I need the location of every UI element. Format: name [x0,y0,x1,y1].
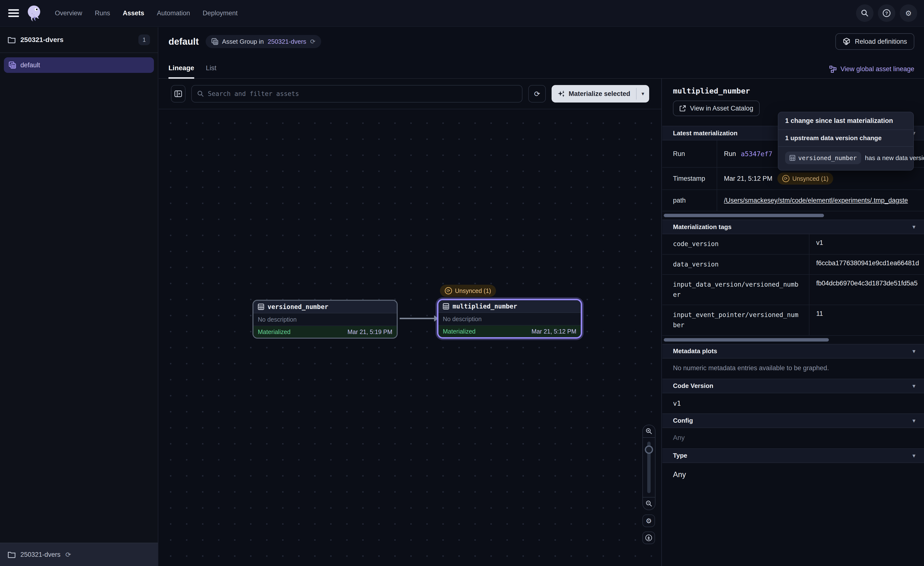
section-heading: Config [673,417,693,424]
section-config[interactable]: Config ▾ [662,414,924,428]
section-code-version[interactable]: Code Version ▾ [662,379,924,393]
asset-node-multiplied-number[interactable]: multiplied_number No description Materia… [437,299,582,339]
reload-definitions-label: Reload definitions [855,38,907,45]
nav-item-assets[interactable]: Assets [123,9,144,17]
row-run-key: Run [662,140,717,167]
search-button[interactable] [856,5,873,22]
refresh-graph-button[interactable]: ⟳ [528,85,546,102]
tag-key: input_data_version/versioned_number [662,275,809,305]
materialize-sparkle-icon [557,90,565,98]
lineage-graph-icon [830,66,837,73]
graph-background[interactable] [159,109,662,566]
top-nav: Overview Runs Assets Automation Deployme… [0,0,924,27]
gear-icon: ⚙ [645,517,652,525]
sidebar-footer-label: 250321-dvers [20,551,60,558]
unsynced-badge-label: Unsynced (1) [455,288,491,294]
page-title: default [168,36,199,47]
asset-node-description: No description [254,313,397,326]
refresh-icon[interactable]: ⟳ [310,38,316,45]
graph-settings-button[interactable]: ⚙ [642,515,655,527]
sidebar-item-default[interactable]: default [4,57,154,73]
search-input[interactable] [208,90,517,98]
horizontal-scrollbar[interactable] [664,338,829,342]
refresh-icon: ⟳ [534,90,540,98]
zoom-slider[interactable] [643,438,655,497]
nav-item-automation[interactable]: Automation [157,9,190,17]
tag-key: input_event_pointer/versioned_number [662,305,809,335]
section-metadata-plots[interactable]: Metadata plots ▾ [662,344,924,358]
help-button[interactable]: ? [878,5,896,22]
chevron-down-icon: ▾ [913,224,915,230]
asset-search-box [191,85,522,102]
zoom-in-button[interactable] [643,425,655,438]
sidebar-group-row[interactable]: 250321-dvers 1 [0,27,158,53]
view-global-asset-lineage-label: View global asset lineage [840,65,914,73]
materialize-caret[interactable]: ▾ [636,85,649,102]
asset-node-versioned-number[interactable]: versioned_number No description Material… [252,300,398,339]
download-icon [645,534,652,542]
timestamp-value: Mar 21, 5:12 PM [724,175,772,182]
lineage-toolbar: ⟳ Materialize selected ▾ [159,79,662,109]
zoom-out-icon [645,500,652,507]
tab-lineage[interactable]: Lineage [168,64,194,79]
nav-item-runs[interactable]: Runs [95,9,110,17]
hamburger-menu-icon[interactable] [8,9,19,17]
zoom-slider-knob[interactable] [645,446,653,454]
collapse-sidebar-button[interactable] [171,85,186,102]
refresh-icon[interactable]: ⟳ [65,551,71,559]
section-heading: Materialization tags [673,223,732,231]
search-icon [861,9,868,17]
unsynced-badge[interactable]: ⟳ Unsynced (1) [440,285,496,297]
view-in-asset-catalog-label: View in Asset Catalog [690,105,753,112]
tab-list[interactable]: List [206,64,216,79]
chevron-down-icon: ▾ [913,418,915,424]
section-type[interactable]: Type ▾ [662,449,924,463]
asset-node-description: No description [438,313,581,325]
horizontal-scrollbar[interactable] [664,214,824,217]
chevron-down-icon: ▾ [913,348,915,354]
section-heading: Code Version [673,382,713,390]
folder-icon [8,551,15,558]
zoom-out-button[interactable] [643,497,655,510]
sync-icon: ⟳ [445,287,452,294]
materialize-selected-button[interactable]: Materialize selected ▾ [552,85,649,102]
view-global-asset-lineage-link[interactable]: View global asset lineage [830,65,914,78]
section-heading: Latest materialization [673,129,738,137]
section-materialization-tags[interactable]: Materialization tags ▾ [662,220,924,234]
tooltip-asset-pill[interactable]: versioned_number [785,152,861,164]
asset-group-badge-text: Asset Group in [222,38,264,45]
materialize-selected-label: Materialize selected [568,90,630,98]
download-button[interactable] [642,531,655,544]
asset-group-icon [212,38,218,45]
run-id-link[interactable]: a5347ef7 [741,150,772,158]
caret-down-icon: ▾ [641,90,644,97]
zoom-in-icon [645,428,652,435]
tag-key: code_version [662,234,809,254]
asset-node-timestamp: Mar 21, 5:19 PM [347,328,392,336]
sidebar-item-label: default [20,62,40,69]
path-link[interactable]: /Users/smackesey/stm/code/elementl/exper… [724,197,908,204]
settings-button[interactable]: ⚙ [900,5,917,22]
sidebar-footer[interactable]: 250321-dvers ⟳ [0,543,158,566]
unsynced-badge[interactable]: ⟳ Unsynced (1) [777,173,834,185]
lineage-edge [400,318,435,319]
section-heading: Metadata plots [673,348,717,355]
reload-definitions-button[interactable]: Reload definitions [836,33,914,50]
external-link-icon [679,105,686,112]
primary-nav: Overview Runs Assets Automation Deployme… [55,9,238,17]
sidebar-group-count: 1 [138,35,150,45]
view-in-asset-catalog-button[interactable]: View in Asset Catalog [673,101,760,116]
asset-node-name: multiplied_number [453,303,517,310]
tooltip-detail-row: versioned_number has a new data version [778,147,914,170]
gear-icon: ⚙ [905,9,912,18]
asset-group-badge: Asset Group in 250321-dvers ⟳ [206,35,321,48]
asset-group-badge-link[interactable]: 250321-dvers [268,38,306,45]
nav-item-overview[interactable]: Overview [55,9,82,17]
tag-value: f6ccba1776380941e9cd1ea66481d [809,254,924,274]
zoom-control [642,424,656,510]
nav-item-deployment[interactable]: Deployment [203,9,238,17]
tag-value: 11 [809,305,924,335]
svg-text:?: ? [885,11,888,16]
dagster-logo[interactable] [25,4,43,23]
reload-cube-icon [843,38,850,45]
